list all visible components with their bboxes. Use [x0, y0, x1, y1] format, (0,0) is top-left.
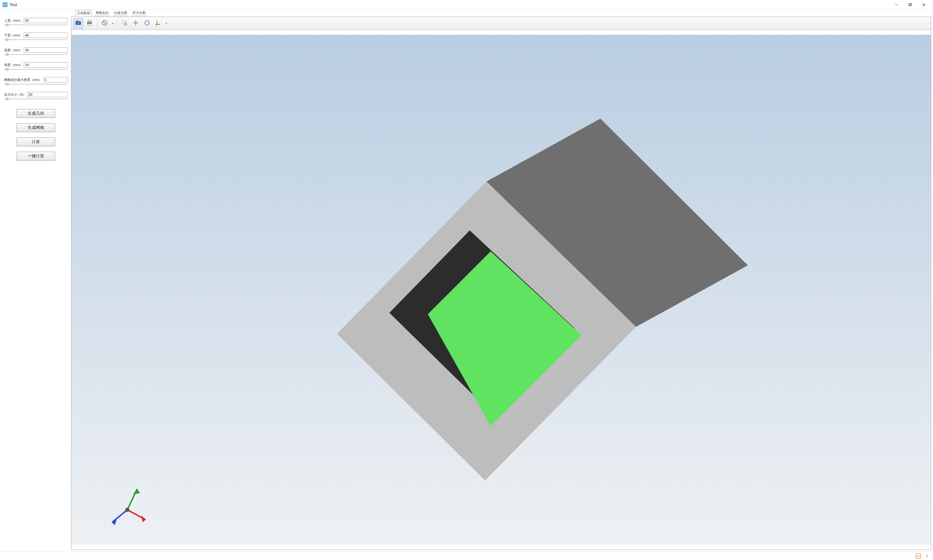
maximize-icon [908, 3, 912, 6]
print-icon [86, 20, 93, 27]
svg-rect-12 [122, 20, 126, 24]
param-3: 厚度（mm） [4, 62, 68, 71]
maximize-button[interactable] [903, 0, 917, 9]
app-icon [2, 2, 8, 8]
param-input-3[interactable] [24, 62, 68, 68]
camera-icon [75, 20, 82, 27]
param-slider-3[interactable] [4, 68, 68, 71]
svg-line-11 [103, 22, 106, 25]
no-entry-dropdown[interactable]: ▾ [111, 22, 114, 25]
close-icon [922, 3, 925, 6]
param-input-4[interactable] [43, 77, 68, 82]
viewport-toolbar: ▾▾ [71, 17, 931, 30]
3d-viewport[interactable] [71, 30, 931, 550]
param-label-1: 下宽（mm） [4, 33, 23, 38]
svg-line-19 [156, 24, 157, 26]
param-input-5[interactable] [27, 92, 68, 97]
tab-1[interactable]: 网格划分 [94, 10, 110, 16]
titlebar: Test [0, 0, 933, 9]
pan-icon [132, 20, 139, 27]
fit-view-icon [144, 20, 150, 27]
svg-rect-8 [88, 20, 91, 22]
param-5: 压力大小（N） [4, 92, 68, 100]
no-entry-icon [102, 20, 108, 27]
param-slider-0[interactable] [4, 24, 68, 26]
param-slider-4[interactable] [4, 83, 68, 85]
svg-point-36 [927, 557, 928, 558]
axes-dropdown[interactable]: ▾ [165, 22, 168, 25]
tab-3[interactable]: 应力云图 [131, 10, 147, 16]
param-4: 网格划分最大密度（mm） [4, 77, 68, 85]
svg-rect-2 [909, 3, 911, 5]
svg-point-35 [927, 555, 928, 557]
viewport-panel: ▾▾ [71, 17, 931, 550]
toolbar-separator [117, 19, 117, 28]
svg-line-14 [126, 25, 127, 26]
print-button[interactable] [85, 18, 94, 28]
calc-button[interactable]: 计算 [17, 137, 55, 146]
status-bar [0, 552, 933, 560]
no-entry-button[interactable] [100, 18, 110, 28]
svg-point-13 [124, 23, 126, 25]
gen-geom-button[interactable]: 生成几何 [17, 109, 55, 118]
param-label-2: 高度（mm） [4, 48, 23, 52]
param-2: 高度（mm） [4, 48, 68, 56]
param-label-4: 网格划分最大密度（mm） [4, 78, 42, 82]
minimize-icon [895, 3, 898, 6]
param-input-1[interactable] [24, 32, 68, 38]
zoom-region-icon [121, 20, 128, 27]
param-slider-5[interactable] [4, 98, 68, 100]
sidebar: 上宽（mm）下宽（mm）高度（mm）厚度（mm）网格划分最大密度（mm）压力大小… [0, 16, 71, 552]
ime-indicator-icon[interactable] [915, 553, 921, 559]
camera-button[interactable] [73, 18, 83, 28]
svg-rect-33 [916, 554, 921, 558]
tab-2[interactable]: 位移云图 [113, 10, 128, 16]
pan-button[interactable] [131, 18, 141, 28]
window-title: Test [9, 2, 17, 7]
svg-rect-1 [909, 4, 911, 6]
tab-0[interactable]: 几何图形 [75, 10, 92, 16]
toolbar-separator [97, 19, 97, 28]
svg-rect-9 [88, 24, 91, 26]
param-slider-2[interactable] [4, 53, 68, 56]
param-slider-1[interactable] [4, 38, 68, 41]
svg-rect-16 [145, 20, 149, 25]
gen-mesh-button[interactable]: 生成网格 [17, 123, 55, 132]
svg-point-32 [125, 508, 129, 512]
param-label-5: 压力大小（N） [4, 92, 26, 97]
param-1: 下宽（mm） [4, 32, 68, 41]
param-label-3: 厚度（mm） [4, 63, 23, 67]
axes-icon [155, 20, 162, 27]
fit-view-button[interactable] [142, 18, 152, 28]
settings-dots-icon[interactable] [924, 553, 930, 559]
minimize-button[interactable] [890, 0, 903, 9]
svg-point-34 [927, 554, 928, 555]
svg-rect-6 [77, 20, 78, 22]
svg-point-5 [78, 23, 79, 24]
zoom-region-button[interactable] [119, 18, 129, 28]
close-button[interactable] [917, 0, 931, 9]
axes-button[interactable] [153, 18, 163, 28]
param-input-0[interactable] [24, 18, 68, 23]
tab-bar: 几何图形网格划分位移云图应力云图 [0, 9, 933, 16]
param-0: 上宽（mm） [4, 18, 68, 26]
param-label-0: 上宽（mm） [4, 18, 23, 23]
svg-rect-15 [145, 20, 150, 26]
param-input-2[interactable] [24, 48, 68, 53]
one-key-calc-button[interactable]: 一键计算 [17, 152, 55, 161]
